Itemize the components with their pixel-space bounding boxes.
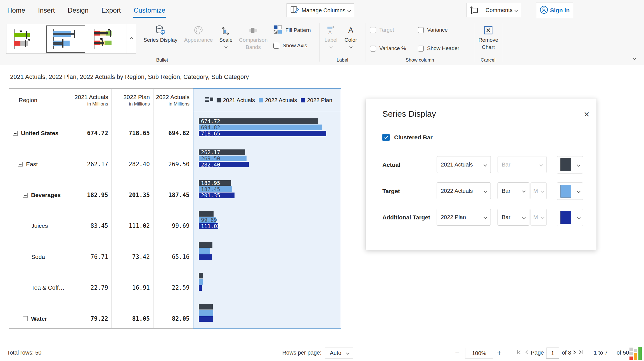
value-cell[interactable]: 269.50	[153, 143, 193, 174]
value-cell[interactable]: 83.45	[71, 205, 112, 235]
collapse-icon[interactable]	[13, 131, 18, 136]
value-cell[interactable]: 65.16	[153, 236, 193, 266]
bar-2022-actuals[interactable]	[199, 279, 203, 285]
value-cell[interactable]: 282.40	[112, 143, 153, 174]
value-cell[interactable]: 201.35	[112, 174, 153, 205]
show-axis-checkbox-row[interactable]: Show Axis	[273, 43, 307, 49]
previous-page-icon[interactable]	[524, 349, 530, 357]
series-display-button[interactable]: Series Display	[141, 24, 179, 44]
value-cell[interactable]: 79.22	[71, 297, 112, 328]
clustered-bar-checkbox-row[interactable]: Clustered Bar	[382, 134, 433, 141]
column-header-2022-plan[interactable]: 2022 Plan in Millions	[112, 89, 153, 112]
value-cell[interactable]: 262.17	[71, 143, 112, 174]
value-cell[interactable]: 82.05	[153, 297, 193, 328]
value-cell[interactable]: 718.65	[112, 112, 153, 143]
zoom-level[interactable]: 100%	[465, 348, 493, 358]
region-cell[interactable]: Soda	[9, 236, 71, 266]
zoom-in-button[interactable]: +	[497, 348, 501, 357]
bar-2021-actuals[interactable]	[199, 273, 203, 278]
region-cell[interactable]: Tea & Coff…	[9, 266, 71, 297]
measure-dropdown[interactable]: 2022 Actuals	[437, 182, 491, 199]
chart-cell[interactable]: 99.69111.02	[193, 205, 341, 235]
first-page-icon[interactable]	[516, 349, 522, 357]
collapse-icon[interactable]	[23, 316, 28, 321]
legend-options-icon[interactable]	[205, 97, 214, 104]
scale-button[interactable]: Scale	[216, 24, 235, 48]
chart-cell[interactable]	[193, 297, 341, 328]
fill-pattern-button[interactable]: Fill Pattern	[273, 25, 311, 35]
bar-2021-actuals[interactable]	[199, 211, 214, 217]
color-button[interactable]: A Color	[342, 24, 360, 48]
value-cell[interactable]: 73.42	[112, 236, 153, 266]
value-cell[interactable]: 16.91	[112, 266, 153, 297]
bar-2022-actuals[interactable]	[199, 310, 213, 316]
value-cell[interactable]: 111.02	[112, 205, 153, 235]
bar-2022-actuals[interactable]: 99.69	[199, 217, 216, 223]
bar-2021-actuals[interactable]: 262.17	[199, 149, 245, 155]
show-header-checkbox-row[interactable]: Show Header	[418, 45, 459, 51]
show-axis-checkbox[interactable]	[273, 43, 279, 49]
value-cell[interactable]: 76.71	[71, 236, 112, 266]
bar-2022-plan[interactable]: 201.35	[199, 193, 235, 198]
region-cell[interactable]: Juices	[9, 205, 71, 235]
bar-2021-actuals[interactable]	[199, 242, 212, 248]
variance-checkbox-row[interactable]: Variance	[418, 27, 448, 33]
bar-2022-plan[interactable]: 111.02	[199, 223, 218, 229]
page-number-input[interactable]: 1	[546, 348, 559, 359]
bar-2022-actuals[interactable]: 694.82	[199, 125, 322, 130]
value-cell[interactable]: 22.59	[153, 266, 193, 297]
value-cell[interactable]: 182.95	[71, 174, 112, 205]
chevron-down-icon[interactable]	[224, 45, 228, 49]
chart-style-option-3[interactable]	[90, 27, 120, 53]
series-color-picker[interactable]	[557, 156, 583, 174]
collapse-icon[interactable]	[23, 193, 28, 198]
collapse-ribbon-button[interactable]	[633, 55, 636, 60]
measure-dropdown[interactable]: 2021 Actuals	[437, 156, 491, 173]
value-cell[interactable]: 81.05	[112, 297, 153, 328]
clustered-bar-checkbox[interactable]	[382, 134, 390, 141]
series-color-picker[interactable]	[557, 209, 583, 226]
menu-tab-customize[interactable]: Customize	[134, 6, 165, 14]
menu-tab-home[interactable]: Home	[7, 6, 25, 14]
remove-chart-button[interactable]: RemoveChart	[477, 24, 499, 51]
gallery-collapse-control[interactable]	[127, 24, 136, 54]
comments-button[interactable]: Comments	[467, 3, 521, 17]
column-header-2021-actuals[interactable]: 2021 Actuals in Millions	[71, 89, 112, 112]
value-cell[interactable]: 187.45	[153, 174, 193, 205]
bar-2022-actuals[interactable]	[199, 248, 210, 254]
variance-checkbox[interactable]	[418, 27, 424, 33]
bar-2022-plan[interactable]	[199, 254, 212, 260]
measure-dropdown[interactable]: 2022 Plan	[437, 209, 491, 226]
bar-2022-plan[interactable]	[199, 285, 202, 291]
bar-2022-plan[interactable]: 282.40	[199, 162, 249, 167]
chart-type-dropdown[interactable]: Bar	[498, 209, 529, 226]
value-cell[interactable]: 694.82	[153, 112, 193, 143]
zoom-out-button[interactable]: −	[455, 348, 460, 357]
chart-cell[interactable]: 262.17269.50282.40	[193, 143, 341, 174]
value-cell[interactable]: 674.72	[71, 112, 112, 143]
value-cell[interactable]: 22.79	[71, 266, 112, 297]
bar-2022-plan[interactable]: 718.65	[199, 131, 326, 136]
column-header-2022-actuals[interactable]: 2022 Actuals in Millions	[153, 89, 193, 112]
last-page-icon[interactable]	[577, 349, 584, 357]
region-cell[interactable]: United States	[9, 112, 71, 143]
rows-per-page-dropdown[interactable]: Auto	[325, 348, 353, 358]
close-icon[interactable]: ✕	[581, 109, 592, 120]
next-page-icon[interactable]	[571, 349, 577, 357]
bar-2022-actuals[interactable]: 187.45	[199, 186, 232, 192]
variance-pct-checkbox-row[interactable]: Variance %	[370, 45, 406, 51]
chevron-down-icon[interactable]	[349, 45, 353, 49]
region-cell[interactable]: East	[9, 143, 71, 174]
show-header-checkbox[interactable]	[418, 46, 424, 51]
chart-style-option-2-selected[interactable]	[46, 25, 85, 53]
chart-cell[interactable]: 674.72694.82718.65	[193, 112, 341, 143]
value-cell[interactable]: 99.69	[153, 205, 193, 235]
sign-in-button[interactable]: Sign in	[536, 3, 573, 18]
manage-columns-button[interactable]: Manage Columns	[287, 3, 354, 17]
chart-cell[interactable]	[193, 236, 341, 266]
menu-tab-insert[interactable]: Insert	[38, 6, 55, 14]
chart-type-dropdown[interactable]: Bar	[498, 182, 529, 199]
column-header-region[interactable]: Region	[9, 89, 71, 112]
variance-pct-checkbox[interactable]	[370, 46, 376, 51]
bar-2022-plan[interactable]	[199, 316, 213, 322]
